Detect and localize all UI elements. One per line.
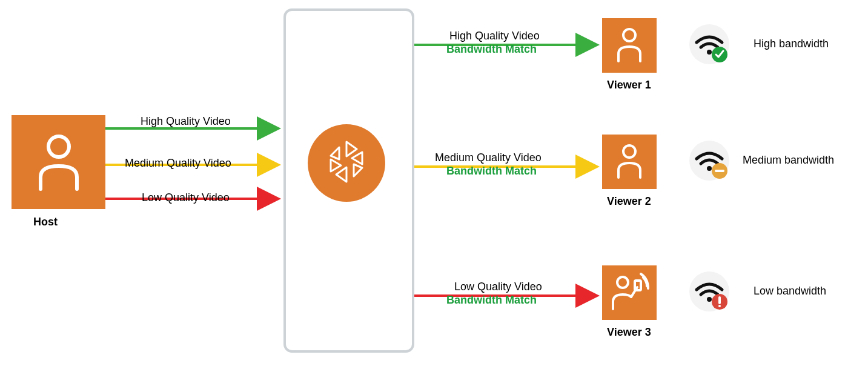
wifi-medium-icon [689,141,729,181]
person-icon [613,142,646,181]
bandwidth-high-label: High bandwidth [754,38,829,50]
svg-point-19 [718,305,721,307]
person-waving-icon [608,271,651,314]
svg-rect-10 [635,281,641,290]
svg-point-11 [707,50,712,55]
server-circle [308,124,385,202]
host-box [12,115,105,209]
out-medium-label: Medium Quality Video [435,151,542,164]
svg-point-7 [623,29,635,41]
viewer3-box [602,265,657,320]
viewer1-box [602,18,657,73]
viewer2-label: Viewer 2 [607,195,651,208]
svg-point-6 [48,136,69,157]
out-high-match: Bandwidth Match [446,43,537,56]
wifi-low-icon [689,271,729,311]
person-icon [31,131,86,194]
wifi-high-icon [689,24,729,64]
out-low-match: Bandwidth Match [446,294,537,307]
out-high-label: High Quality Video [449,30,540,42]
viewer1-label: Viewer 1 [607,79,651,92]
arrows-layer [0,0,868,366]
viewer2-box [602,135,657,189]
svg-point-16 [707,297,712,302]
host-medium-label: Medium Quality Video [125,157,231,170]
svg-point-9 [617,277,628,288]
out-medium-match: Bandwidth Match [446,165,537,178]
streaming-icon [320,136,373,190]
svg-point-8 [623,145,635,158]
bandwidth-medium-label: Medium bandwidth [743,154,834,167]
person-icon [613,26,646,65]
bandwidth-low-label: Low bandwidth [754,285,826,298]
out-low-label: Low Quality Video [454,281,542,293]
host-high-label: High Quality Video [141,115,231,128]
host-label: Host [33,216,58,228]
svg-point-13 [707,166,712,171]
viewer3-label: Viewer 3 [607,326,651,339]
host-low-label: Low Quality Video [142,191,230,204]
bandwidth-diagram: Host High Quality Video Medium Quality V… [0,0,868,366]
